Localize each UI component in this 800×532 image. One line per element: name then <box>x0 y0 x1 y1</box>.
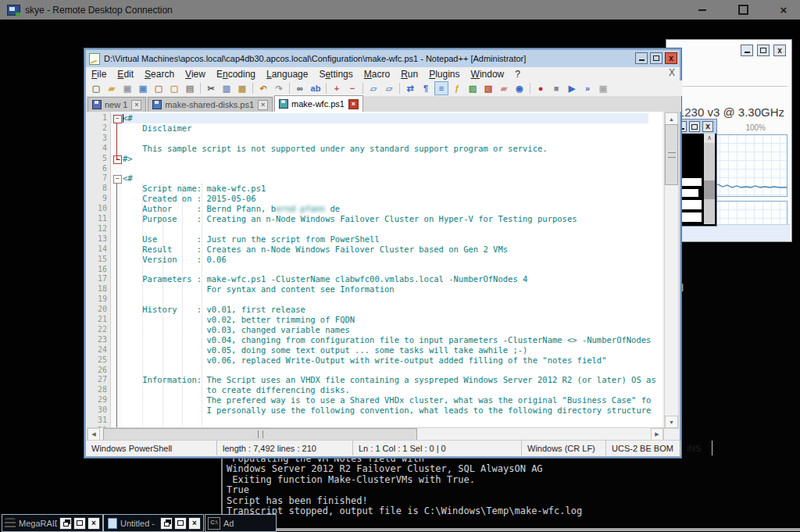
minimized-window-ad[interactable]: C:\Ad <box>205 514 277 532</box>
word-wrap-icon[interactable]: ⇄ <box>403 81 417 95</box>
menu-close-icon[interactable]: X <box>669 67 675 78</box>
close-all-icon[interactable]: ▢ <box>167 81 181 95</box>
close-button[interactable]: × <box>188 517 201 530</box>
macro-run-multiple-icon[interactable]: » <box>580 81 595 95</box>
zoom-in-icon[interactable]: + <box>330 81 344 95</box>
tab-close-icon[interactable]: × <box>131 100 141 110</box>
sync-horizontal-icon[interactable]: ▱ <box>382 81 396 95</box>
zoom-out-icon: − <box>348 84 357 93</box>
fold-marker[interactable]: − <box>113 175 122 184</box>
scroll-right-arrow[interactable]: ▶ <box>651 428 663 441</box>
scroll-up-arrow[interactable]: ∧ <box>704 134 715 143</box>
sync-vertical-icon[interactable]: ▱ <box>366 81 380 95</box>
console-selection-bar <box>679 200 702 209</box>
npp-minimize-button[interactable] <box>635 52 648 64</box>
show-symbols-icon: ¶ <box>421 84 430 93</box>
open-folder-icon[interactable]: ▰ <box>105 81 119 95</box>
folder-workspace-icon[interactable]: ▰ <box>497 81 511 95</box>
scroll-down-arrow[interactable]: ▼ <box>665 416 678 428</box>
tab-close-icon[interactable]: × <box>348 99 359 109</box>
menu-item-encoding[interactable]: Encoding <box>211 69 261 80</box>
rdp-close-button[interactable]: × <box>773 2 794 18</box>
new-file-icon[interactable]: ▢ <box>89 81 103 95</box>
print-icon[interactable]: ▤ <box>183 81 197 95</box>
restore-button[interactable] <box>160 517 173 530</box>
editor-area[interactable]: 1<#−2 Disclaimer34 This sample script is… <box>87 112 662 427</box>
paste-icon[interactable]: ▦ <box>235 81 249 95</box>
document-list-icon[interactable]: ▧ <box>481 81 495 95</box>
macro-stop-icon[interactable]: ■ <box>549 81 563 95</box>
menu-item-search[interactable]: Search <box>139 69 180 80</box>
save-all-icon[interactable]: ▣ <box>136 81 150 95</box>
save-all-icon: ▣ <box>138 84 148 93</box>
copy-icon[interactable]: ▥ <box>220 81 234 95</box>
cut-icon[interactable]: ✂ <box>204 81 218 95</box>
paste-icon: ▦ <box>238 84 247 93</box>
tab-make-shared-disks.ps1[interactable]: make-shared-disks.ps1× <box>148 97 273 112</box>
line-number: 18 <box>87 284 107 295</box>
close-icon[interactable]: ▢ <box>152 81 166 95</box>
redo-icon[interactable]: ↷ <box>272 81 286 95</box>
npp-maximize-button[interactable] <box>650 52 662 64</box>
mini-console-maximize-button[interactable] <box>689 121 700 132</box>
saved-file-icon <box>152 100 162 109</box>
scroll-thumb[interactable] <box>103 428 417 441</box>
save-icon[interactable]: ▣ <box>120 81 134 95</box>
replace-icon[interactable]: ab <box>309 81 323 95</box>
function-list-icon[interactable]: ƒ <box>450 81 464 95</box>
mini-console-scrollbar[interactable]: ∧ <box>704 134 715 224</box>
menu-item-help[interactable]: ? <box>509 69 526 80</box>
macro-save-icon[interactable]: ▣ <box>596 81 610 95</box>
line-number: 31 <box>87 416 107 426</box>
notepadpp-title-bar[interactable]: D:\Virtual Machines\apcos.local\cap4db30… <box>86 50 680 67</box>
find-icon[interactable]: ∞ <box>293 81 307 95</box>
npp-close-button[interactable]: x <box>665 52 677 64</box>
notepadpp-window[interactable]: D:\Virtual Machines\apcos.local\cap4db30… <box>84 48 681 458</box>
scroll-left-arrow[interactable]: ◀ <box>88 428 100 441</box>
rdp-minimize-button[interactable] <box>692 2 712 18</box>
menu-item-plugins[interactable]: Plugins <box>423 69 465 80</box>
menu-item-file[interactable]: File <box>86 69 112 80</box>
rdp-title-bar[interactable]: skye - Remote Desktop Connection × <box>0 0 800 20</box>
vertical-scrollbar[interactable]: ▲ ▼ <box>664 112 679 429</box>
menu-item-macro[interactable]: Macro <box>359 69 395 80</box>
taskmgr-maximize-button[interactable] <box>757 45 770 56</box>
zoom-out-icon[interactable]: − <box>345 81 359 95</box>
macro-play-icon[interactable]: ▶ <box>565 81 579 95</box>
maximize-button[interactable] <box>174 517 187 530</box>
mini-console-close-button[interactable]: x <box>702 121 713 132</box>
document-map-icon[interactable]: ▨ <box>466 81 480 95</box>
menu-item-view[interactable]: View <box>180 69 211 80</box>
fold-marker[interactable]: − <box>113 115 122 123</box>
tab-make-wfc.ps1[interactable]: make-wfc.ps1× <box>274 95 363 112</box>
open-folder-icon: ▰ <box>107 84 116 93</box>
tab-close-icon[interactable]: × <box>258 100 268 110</box>
redacted-text: ernd pfann <box>276 204 325 213</box>
menu-item-language[interactable]: Language <box>261 69 313 80</box>
menu-item-edit[interactable]: Edit <box>112 69 139 80</box>
taskmgr-close-button[interactable]: x <box>773 45 786 56</box>
show-symbols-icon[interactable]: ¶ <box>419 81 433 95</box>
console-selection-bar <box>679 189 698 197</box>
undo-icon[interactable]: ↶ <box>256 81 270 95</box>
restore-button[interactable] <box>59 517 72 530</box>
scroll-thumb[interactable] <box>665 124 678 185</box>
notepadpp-icon <box>89 53 100 65</box>
toolbar-separator <box>399 83 400 94</box>
menu-item-window[interactable]: Window <box>466 69 510 80</box>
minimized-window-megaraid[interactable]: MegaRAID ...× <box>2 514 103 532</box>
indent-guide-icon[interactable]: ≡ <box>434 81 448 95</box>
menu-item-settings[interactable]: Settings <box>313 69 358 80</box>
taskmgr-minimize-button[interactable] <box>741 45 753 56</box>
monitoring-icon[interactable]: ◉ <box>512 81 527 95</box>
tab-new-1[interactable]: new 1× <box>88 97 146 112</box>
scroll-thumb[interactable] <box>704 180 715 199</box>
line-number: 23 <box>87 335 107 345</box>
close-button[interactable]: × <box>88 517 100 530</box>
rdp-maximize-button[interactable] <box>733 2 753 18</box>
menu-item-run[interactable]: Run <box>395 69 423 80</box>
minimized-window-untitled[interactable]: Untitled - ...× <box>103 514 204 532</box>
macro-record-icon[interactable]: ● <box>534 81 548 95</box>
scroll-up-arrow[interactable]: ▲ <box>665 112 678 125</box>
maximize-button[interactable] <box>73 517 86 530</box>
